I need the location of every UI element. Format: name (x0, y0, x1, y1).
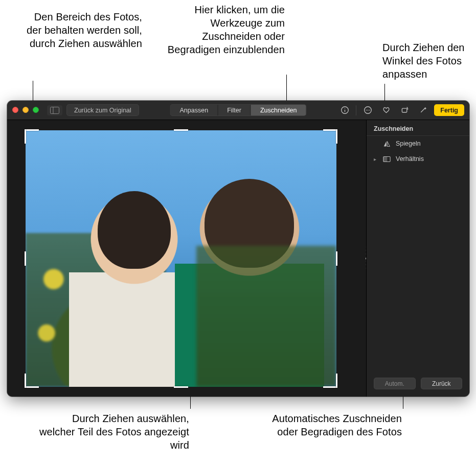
revert-label: Zurück zum Original (74, 107, 131, 114)
edit-mode-tabs: Anpassen Filter Zuschneiden (170, 104, 307, 116)
svg-rect-9 (402, 108, 406, 112)
aspect-ratio-icon (383, 156, 391, 162)
svg-rect-0 (51, 107, 59, 114)
photos-edit-window: Zurück zum Original Anpassen Filter Zusc… (7, 101, 469, 397)
crop-frame[interactable] (26, 130, 336, 387)
more-button[interactable] (360, 104, 375, 116)
sidebar-toggle-icon (50, 107, 59, 114)
crop-canvas-area: 0 (7, 120, 366, 397)
rotate-button[interactable] (397, 104, 412, 116)
minimize-icon[interactable] (22, 107, 29, 113)
auto-crop-button[interactable]: Autom. (374, 378, 416, 389)
done-button[interactable]: Fertig (434, 104, 464, 116)
svg-rect-20 (383, 156, 388, 161)
aspect-label: Verhältnis (396, 155, 424, 162)
window-traffic-lights (12, 107, 39, 113)
info-icon (341, 106, 349, 114)
done-label: Fertig (440, 107, 458, 114)
sidebar-toggle-button[interactable] (47, 105, 62, 115)
svg-point-8 (369, 110, 370, 111)
flip-button[interactable]: Spiegeln (367, 136, 469, 151)
revert-to-original-button[interactable]: Zurück zum Original (66, 104, 139, 116)
toolbar-separator (356, 105, 356, 115)
toolbar-right-group: Fertig (337, 104, 464, 116)
zoom-icon[interactable] (33, 107, 39, 113)
chevron-right-icon: ▸ (374, 156, 378, 162)
flip-horizontal-icon (383, 141, 391, 147)
close-icon[interactable] (12, 107, 18, 113)
window-titlebar: Zurück zum Original Anpassen Filter Zusc… (7, 101, 469, 120)
photo-content[interactable] (26, 130, 336, 387)
callout-auto-crop: Automatisches Zuschneiden oder Begradige… (269, 412, 402, 438)
callout-drag-photo: Durch Ziehen auswählen, welcher Teil des… (36, 412, 189, 452)
magic-wand-icon (419, 106, 427, 114)
flip-label: Spiegeln (396, 140, 421, 147)
svg-point-7 (367, 110, 368, 111)
callout-angle-dial: Durch Ziehen den Winkel des Fotos anpass… (382, 41, 472, 81)
tab-filter[interactable]: Filter (218, 105, 251, 115)
aspect-ratio-button[interactable]: ▸ Verhältnis (367, 151, 469, 167)
panel-spacer (367, 167, 469, 371)
tab-crop[interactable]: Zuschneiden (251, 105, 306, 115)
crop-side-panel: Zuschneiden Spiegeln ▸ Verhältnis Autom.… (366, 120, 469, 397)
auto-enhance-button[interactable] (416, 104, 430, 116)
panel-bottom-buttons: Autom. Zurück (367, 371, 469, 397)
rotate-icon (400, 106, 409, 114)
svg-line-10 (421, 108, 425, 112)
reset-crop-button[interactable]: Zurück (421, 378, 463, 389)
callout-crop-area: Den Bereich des Fotos, der behalten werd… (25, 10, 142, 50)
svg-point-4 (345, 108, 345, 108)
panel-title: Zuschneiden (367, 120, 469, 136)
svg-point-6 (366, 110, 367, 111)
heart-icon (382, 106, 391, 114)
ellipsis-circle-icon (364, 106, 372, 114)
photo-placeholder (175, 195, 324, 387)
info-button[interactable] (337, 104, 352, 116)
favorite-button[interactable] (379, 104, 393, 116)
tab-adjust[interactable]: Anpassen (171, 105, 218, 115)
callout-crop-tools: Hier klicken, um die Werkzeuge zum Zusch… (162, 3, 285, 56)
